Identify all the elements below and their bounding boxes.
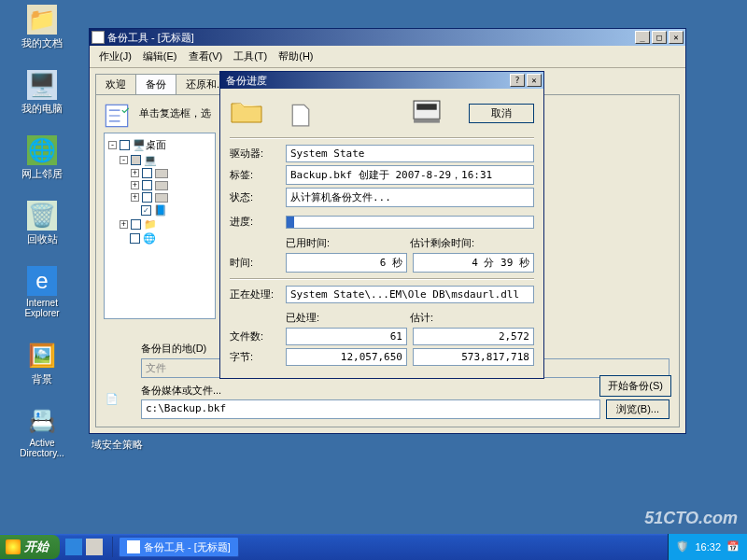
- svg-rect-1: [414, 101, 440, 119]
- expand-toggle[interactable]: +: [120, 220, 128, 229]
- computer-icon: 🖥️: [27, 70, 57, 100]
- expand-toggle[interactable]: +: [131, 169, 139, 177]
- tree-checkbox[interactable]: [130, 233, 140, 244]
- tray-calendar-icon[interactable]: 📅: [726, 540, 740, 553]
- processed-header: 已处理:: [286, 311, 410, 325]
- close-button[interactable]: ✕: [669, 31, 684, 44]
- cancel-button[interactable]: 取消: [469, 104, 534, 123]
- expand-toggle[interactable]: +: [131, 181, 139, 189]
- desktop-icon-ad[interactable]: 📇 Active Directory...: [9, 406, 75, 458]
- browse-button[interactable]: 浏览(B)...: [606, 399, 669, 419]
- book-icon: 📘: [154, 204, 167, 217]
- tree-checkbox[interactable]: [120, 140, 130, 150]
- elapsed-value: 6 秒: [286, 253, 407, 273]
- svg-rect-3: [414, 119, 440, 122]
- tree-node[interactable]: +: [108, 179, 211, 191]
- drive-value: System State: [286, 145, 534, 162]
- tree-checkbox[interactable]: [142, 168, 152, 178]
- desktop-icon-ie[interactable]: e Internet Explorer: [9, 266, 75, 318]
- folder-icon: 📁: [144, 218, 157, 231]
- tree-label: 桌面: [146, 138, 166, 152]
- menubar: 作业(J) 编辑(E) 查看(V) 工具(T) 帮助(H): [90, 46, 685, 68]
- desktop-icon-background[interactable]: 🖼️ 背景: [9, 341, 75, 386]
- drive-icon: [155, 181, 168, 190]
- tree-checkbox[interactable]: [142, 192, 152, 203]
- tree-checkbox[interactable]: [131, 219, 141, 230]
- taskbar-task-button[interactable]: 备份工具 - [无标题]: [119, 537, 239, 557]
- menu-view[interactable]: 查看(V): [183, 48, 229, 65]
- tree-checkbox[interactable]: [141, 205, 151, 216]
- progress-titlebar[interactable]: 备份进度 ? ✕: [220, 72, 543, 89]
- taskbar: 开始 备份工具 - [无标题] 🛡️ 16:32 📅: [0, 534, 747, 560]
- recycle-icon: 🗑️: [27, 201, 57, 231]
- help-button[interactable]: ?: [510, 74, 525, 87]
- tree-root[interactable]: - 🖥️ 桌面: [108, 137, 211, 153]
- tray-shield-icon[interactable]: 🛡️: [676, 540, 689, 553]
- dest-label: 备份目的地(D): [141, 342, 206, 356]
- ql-ie-icon[interactable]: [65, 539, 82, 555]
- maximize-button[interactable]: □: [652, 31, 667, 44]
- tree-checkbox[interactable]: [131, 155, 141, 165]
- bytes-done-value: 12,057,650: [286, 348, 407, 366]
- files-label: 文件数:: [230, 329, 286, 343]
- backup-titlebar[interactable]: 备份工具 - [无标题] _ □ ✕: [90, 29, 685, 46]
- progress-label: 进度:: [230, 215, 286, 229]
- task-label: 备份工具 - [无标题]: [144, 540, 231, 554]
- network-icon: 🌐: [143, 232, 156, 245]
- menu-job[interactable]: 作业(J): [93, 48, 137, 65]
- estimated-header: 估计:: [410, 311, 534, 325]
- menu-tools[interactable]: 工具(T): [228, 48, 273, 65]
- desktop-icon-my-computer[interactable]: 🖥️ 我的电脑: [9, 70, 75, 116]
- system-tray[interactable]: 🛡️ 16:32 📅: [668, 534, 747, 560]
- expand-toggle[interactable]: +: [131, 193, 139, 202]
- processing-label: 正在处理:: [230, 287, 286, 301]
- progress-body: 取消 驱动器: System State 标签: Backup.bkf 创建于 …: [220, 89, 543, 378]
- tree-node[interactable]: 🌐: [108, 231, 211, 245]
- drive-icon: [155, 169, 168, 178]
- desktop-icon-my-documents[interactable]: 📁 我的文档: [9, 5, 75, 50]
- task-app-icon: [127, 540, 140, 553]
- remaining-value: 4 分 39 秒: [413, 253, 534, 273]
- drive-icon: [155, 193, 168, 203]
- expand-toggle[interactable]: -: [108, 141, 117, 149]
- tree-node[interactable]: - 💻: [108, 153, 211, 167]
- backup-tree[interactable]: - 🖥️ 桌面 - 💻 + +: [104, 133, 216, 319]
- tab-backup[interactable]: 备份: [135, 74, 176, 94]
- ad-icon: 📇: [27, 406, 57, 436]
- tree-node[interactable]: + 📁: [108, 217, 211, 231]
- quick-launch: [60, 539, 108, 555]
- tab-welcome[interactable]: 欢迎: [95, 74, 136, 94]
- close-button[interactable]: ✕: [527, 74, 542, 87]
- files-est-value: 2,572: [413, 328, 534, 345]
- ql-desktop-icon[interactable]: [86, 539, 103, 555]
- bytes-label: 字节:: [230, 350, 286, 364]
- tree-node[interactable]: +: [108, 191, 211, 203]
- menu-edit[interactable]: 编辑(E): [137, 48, 183, 65]
- tag-label: 标签:: [230, 168, 286, 182]
- expand-toggle[interactable]: -: [120, 156, 128, 164]
- time-label: 时间:: [230, 256, 286, 270]
- start-backup-button[interactable]: 开始备份(S): [599, 375, 671, 397]
- progress-title: 备份进度: [222, 74, 508, 88]
- image-icon: 🖼️: [27, 341, 57, 371]
- remaining-header: 估计剩余时间:: [410, 236, 534, 250]
- tape-drive-icon: [413, 100, 441, 126]
- progress-fill: [287, 217, 294, 228]
- instruction-text: 单击复选框，选: [135, 103, 215, 124]
- app-icon: [92, 31, 105, 44]
- start-button[interactable]: 开始: [0, 535, 60, 559]
- desktop-icon-recycle[interactable]: 🗑️ 回收站: [9, 201, 75, 246]
- minimize-button[interactable]: _: [635, 31, 650, 44]
- tree-checkbox[interactable]: [142, 180, 152, 190]
- media-path-input[interactable]: c:\Backup.bkf: [141, 399, 600, 419]
- drive-label: 驱动器:: [230, 147, 286, 161]
- window-title: 备份工具 - [无标题]: [107, 31, 633, 45]
- desktop-icon-network[interactable]: 🌐 网上邻居: [9, 135, 75, 181]
- tree-node[interactable]: +: [108, 167, 211, 179]
- menu-help[interactable]: 帮助(H): [273, 48, 318, 65]
- file-icon: 📄: [106, 393, 132, 419]
- status-label: 状态:: [230, 190, 286, 204]
- status-value: 从计算机备份文件...: [286, 188, 534, 207]
- tree-node[interactable]: 📘: [108, 203, 211, 217]
- progress-dialog: 备份进度 ? ✕ 取消 驱动器: System State 标签: Backup…: [219, 71, 544, 379]
